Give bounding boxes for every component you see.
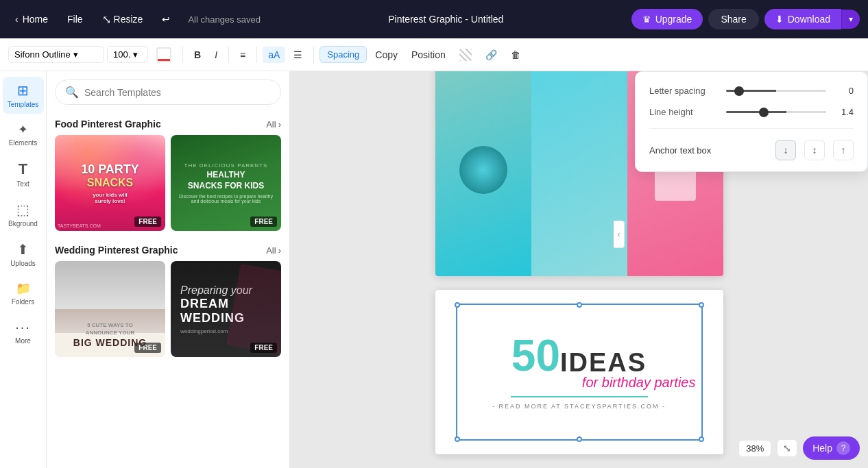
home-button[interactable]: ‹ Home	[8, 10, 55, 29]
crown-icon: ♛	[642, 14, 651, 25]
chevron-right-icon: ›	[278, 119, 281, 130]
download-button[interactable]: ⬇ Download	[764, 9, 841, 29]
bold-button[interactable]: B	[189, 47, 206, 63]
birthday-number: 50	[511, 334, 560, 378]
align-icon: ≡	[240, 49, 245, 60]
sidebar-item-folders[interactable]: 📁 Folders	[3, 275, 44, 311]
sidebar-item-label: Elements	[9, 139, 38, 147]
letter-spacing-slider[interactable]	[726, 90, 826, 92]
texture-button[interactable]	[454, 46, 477, 64]
spacing-button[interactable]: Spacing	[320, 46, 367, 63]
template-card-bigwed[interactable]: 5 CUTE WAYS TO ANNOUNCE YOUR BIG WEDDING…	[55, 261, 165, 357]
letter-spacing-value: 0	[834, 86, 854, 96]
font-name: Sifonn Outline	[14, 49, 71, 60]
birthday-read: - READ MORE AT STACEYSPARTIES.COM -	[492, 403, 666, 410]
birthday-ideas: IDEAS	[560, 349, 647, 378]
template-card-dream[interactable]: Preparing your DREAMWEDDING weddingperio…	[171, 261, 281, 357]
share-button[interactable]: Share	[708, 9, 758, 29]
food-template-grid: 10 PARTY SNACKS your kids willsurely lov…	[47, 135, 289, 239]
food-all-link[interactable]: All ›	[266, 119, 281, 130]
wedding-all-link[interactable]: All ›	[266, 245, 281, 256]
chevron-down-icon: ▾	[133, 49, 138, 60]
letter-spacing-row: Letter spacing 0	[649, 86, 854, 96]
photo-cell-1	[435, 71, 531, 276]
font-size-selector[interactable]: 100. ▾	[107, 46, 148, 63]
anchor-down-icon: ↓	[784, 145, 788, 156]
left-sidebar: ⊞ Templates ✦ Elements T Text ⬚ Bkground…	[0, 71, 47, 468]
sidebar-item-label: Text	[16, 180, 29, 188]
link-icon: 🔗	[485, 49, 497, 60]
template-card-party[interactable]: 10 PARTY SNACKS your kids willsurely lov…	[55, 135, 165, 231]
sidebar-item-more[interactable]: ··· More	[3, 314, 44, 350]
font-color-button[interactable]	[151, 45, 177, 65]
italic-button[interactable]: I	[209, 47, 223, 63]
headline-row: 50 IDEAS	[511, 334, 647, 378]
link-button[interactable]: 🔗	[480, 47, 503, 63]
sidebar-item-templates[interactable]: ⊞ Templates	[3, 77, 44, 114]
position-button[interactable]: Position	[406, 47, 451, 63]
search-input-wrap: 🔍	[55, 79, 281, 105]
font-selector[interactable]: Sifonn Outline ▾	[8, 46, 104, 63]
download-dropdown-button[interactable]: ▾	[841, 10, 860, 29]
spacing-popup: Letter spacing 0 Line height 1.4 Anchor …	[635, 71, 868, 172]
anchor-up-button[interactable]: ↑	[833, 140, 854, 160]
resize-label: Resize	[114, 14, 143, 25]
background-icon: ⬚	[16, 201, 29, 218]
search-input[interactable]	[84, 87, 271, 98]
anchor-center-button[interactable]: ↕	[804, 140, 825, 160]
chevron-down-icon: ▾	[73, 49, 78, 60]
download-group: ⬇ Download ▾	[764, 9, 860, 29]
sidebar-item-uploads[interactable]: ⬆ Uploads	[3, 236, 44, 273]
more-icon: ···	[15, 319, 31, 335]
download-label: Download	[788, 14, 830, 25]
color-underline	[158, 59, 170, 61]
card-badge-party: FREE	[134, 217, 161, 227]
undo-icon: ↩	[162, 14, 170, 25]
sidebar-item-text[interactable]: T Text	[3, 155, 44, 193]
divider	[182, 47, 183, 63]
share-label: Share	[721, 14, 746, 25]
copy-button[interactable]: Copy	[370, 47, 403, 63]
sidebar-item-elements[interactable]: ✦ Elements	[3, 116, 44, 152]
file-button[interactable]: File	[60, 10, 90, 29]
align-button[interactable]: ≡	[234, 47, 251, 63]
divider	[313, 47, 314, 63]
canvas-page-2[interactable]: 50 IDEAS for birthday parties - READ MOR…	[435, 290, 723, 454]
sidebar-item-label: Uploads	[10, 260, 36, 267]
uploads-icon: ⬆	[17, 241, 29, 258]
birthday-for: for birthday parties	[582, 375, 696, 391]
resize-button[interactable]: ⤡ Resize	[95, 9, 150, 30]
list-button[interactable]: ☰	[288, 47, 308, 63]
line-height-value: 1.4	[834, 107, 854, 117]
divider	[228, 47, 229, 63]
undo-button[interactable]: ↩	[155, 10, 177, 29]
chevron-down-icon: ▾	[849, 14, 853, 24]
upgrade-button[interactable]: ♛ Upgrade	[631, 9, 703, 29]
sidebar-item-background[interactable]: ⬚ Bkground	[3, 196, 44, 233]
home-label: Home	[23, 14, 48, 25]
aa-button[interactable]: aA	[263, 47, 285, 63]
top-bar: ‹ Home File ⤡ Resize ↩ All changes saved…	[0, 0, 868, 38]
collapse-handle[interactable]: ‹	[614, 221, 625, 248]
anchor-up-icon: ↑	[841, 145, 846, 156]
templates-panel: 🔍 Food Pinterest Graphic All › 10 PARTY …	[47, 71, 290, 468]
doc-title: Pinterest Graphic - Untitled	[266, 14, 626, 25]
birthday-line	[511, 396, 648, 397]
sidebar-item-label: Folders	[12, 298, 34, 306]
help-button[interactable]: Help ?	[803, 436, 860, 460]
search-icon: 🔍	[65, 86, 79, 99]
line-height-slider[interactable]	[726, 111, 826, 113]
delete-button[interactable]: 🗑	[505, 47, 526, 63]
anchor-label: Anchor text box	[649, 145, 767, 156]
anchor-down-button[interactable]: ↓	[775, 140, 796, 160]
canvas-area: Letter spacing 0 Line height 1.4 Anchor …	[290, 71, 868, 468]
italic-label: I	[215, 49, 217, 60]
trash-icon: 🗑	[511, 49, 520, 60]
wedding-section-title: Wedding Pinterest Graphic	[55, 245, 178, 256]
templates-icon: ⊞	[17, 82, 29, 99]
collapse-icon: ‹	[618, 230, 620, 239]
template-card-snacks[interactable]: THE DELICIOUS PARENTS HEALTHYSNACKS FOR …	[171, 135, 281, 231]
zoom-expand-button[interactable]: ⤡	[777, 439, 797, 457]
zoom-level[interactable]: 38%	[738, 440, 771, 457]
food-section-title: Food Pinterest Graphic	[55, 119, 161, 130]
